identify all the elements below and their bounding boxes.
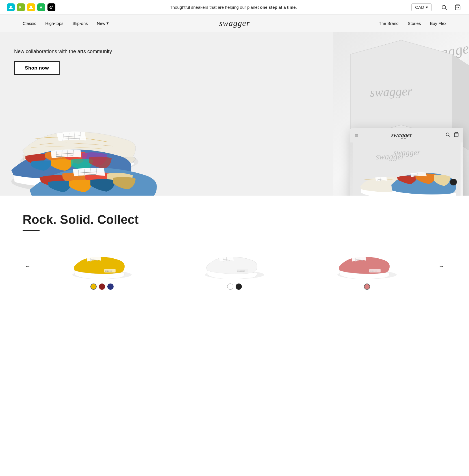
svg-line-34 (449, 135, 450, 137)
svg-line-42 (417, 173, 417, 176)
cart-button[interactable] (453, 3, 462, 12)
announcement-bar: K Thoughtful sneakers that are helping o… (0, 0, 469, 15)
mobile-header: ≡ swagger (350, 128, 463, 142)
svg-text:swagger: swagger (105, 270, 112, 272)
search-button[interactable] (440, 3, 449, 12)
social-icon-kik[interactable]: K (17, 3, 25, 11)
nav-logo[interactable]: swagger (219, 18, 250, 28)
social-icon-snapchat[interactable] (7, 3, 15, 11)
shoes-carousel: ← swagger (23, 242, 446, 290)
social-icon-snap2[interactable] (27, 3, 35, 11)
shoe-image-pink: swagger (336, 242, 398, 279)
hero-section: swagger swagger swagger New collaboratio… (0, 32, 469, 196)
svg-point-2 (30, 6, 32, 8)
color-dot-pink[interactable] (364, 284, 370, 290)
nav-right: The Brand Stories Buy Flex (234, 21, 469, 26)
mobile-logo[interactable]: swagger (391, 131, 412, 139)
nav-new[interactable]: New ▾ (97, 21, 109, 26)
mobile-overlay: ≡ swagger swagger swagger (350, 128, 463, 196)
svg-point-33 (446, 133, 449, 136)
nav-new-chevron: ▾ (107, 21, 109, 26)
svg-line-46 (90, 258, 91, 261)
svg-text:swagger: swagger (370, 270, 377, 272)
mobile-hero-image: swagger swagger (350, 142, 463, 196)
svg-text:K: K (19, 5, 21, 9)
svg-line-61 (359, 257, 359, 261)
carousel-arrow-left[interactable]: ← (23, 261, 33, 271)
carousel-arrow-right[interactable]: → (436, 261, 446, 271)
svg-line-47 (94, 257, 94, 261)
nav-classic[interactable]: Classic (23, 21, 36, 26)
svg-line-38 (378, 178, 378, 181)
svg-line-39 (381, 178, 381, 181)
mobile-search-icon[interactable] (445, 132, 450, 138)
currency-chevron: ▾ (426, 5, 428, 10)
mobile-cart-icon[interactable] (454, 132, 459, 138)
shoe-color-dots-white (227, 284, 242, 290)
nav-high-tops[interactable]: High-tops (45, 21, 63, 26)
svg-text:swagger: swagger (370, 84, 413, 99)
svg-line-60 (355, 258, 356, 261)
social-icons: K (7, 3, 55, 11)
nav-buy-flex[interactable]: Buy Flex (430, 21, 446, 26)
svg-point-0 (10, 6, 12, 8)
main-nav: Classic High-tops Slip-ons New ▾ swagger… (0, 15, 469, 32)
mobile-header-icons (445, 132, 459, 138)
nav-stories[interactable]: Stories (408, 21, 421, 26)
color-dot-white[interactable] (227, 284, 233, 290)
nav-the-brand[interactable]: The Brand (379, 21, 399, 26)
collection-section: Rock. Solid. Collect ← swagger (0, 196, 469, 301)
collection-title: Rock. Solid. Collect (23, 213, 446, 227)
svg-point-4 (442, 5, 446, 9)
svg-text:swagger: swagger (237, 270, 245, 272)
shoe-image-yellow: swagger (71, 242, 133, 279)
hero-content: New collaborations with the arts communi… (14, 49, 112, 75)
shoe-card-white: swagger (171, 242, 298, 290)
hero-shoe-group (0, 60, 192, 196)
collection-left: Rock. Solid. Collect ← swagger (23, 213, 446, 290)
mobile-hamburger-icon[interactable]: ≡ (355, 132, 358, 139)
shoe-color-dots-yellow (90, 284, 114, 290)
hero-subtitle: New collaborations with the arts communi… (14, 49, 112, 55)
social-icon-tiktok[interactable] (47, 3, 55, 11)
color-dot-yellow[interactable] (90, 284, 97, 290)
nav-left: Classic High-tops Slip-ons New ▾ (0, 21, 234, 26)
mobile-box-label: swagger (394, 148, 420, 157)
social-icon-spotify[interactable] (37, 3, 45, 11)
hero-shop-now-button[interactable]: Shop now (14, 61, 60, 75)
collection-divider (23, 230, 40, 231)
color-dot-black[interactable] (236, 284, 242, 290)
shoe-card-pink: swagger (304, 242, 431, 290)
shoe-card-yellow: swagger (38, 242, 165, 290)
shoe-color-dots-pink (364, 284, 370, 290)
svg-line-5 (445, 8, 447, 10)
color-dot-red[interactable] (99, 284, 105, 290)
currency-selector[interactable]: CAD ▾ (411, 3, 432, 11)
currency-label: CAD (415, 5, 424, 10)
nav-slip-ons[interactable]: Slip-ons (73, 21, 88, 26)
svg-line-54 (226, 257, 227, 261)
svg-point-44 (450, 179, 457, 185)
announcement-text: Thoughtful sneakers that are helping our… (55, 5, 411, 10)
shoe-image-white: swagger (203, 242, 266, 279)
color-dot-navy[interactable] (107, 284, 114, 290)
svg-line-53 (223, 258, 223, 261)
svg-line-41 (414, 174, 414, 177)
